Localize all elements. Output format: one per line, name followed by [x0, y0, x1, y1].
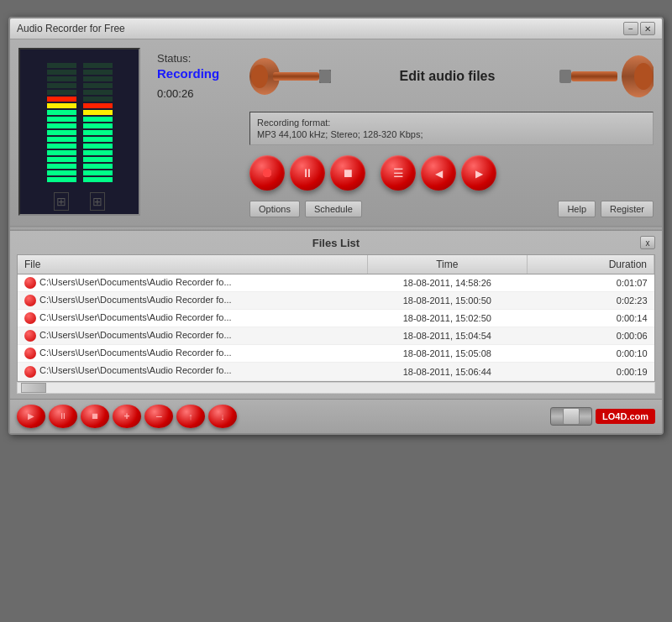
duration-cell: 0:02:23 [527, 292, 654, 310]
register-button[interactable]: Register [601, 201, 654, 217]
vu-seg [83, 164, 113, 169]
close-button[interactable]: ✕ [640, 22, 655, 35]
col-time: Time [368, 255, 527, 274]
files-title: Files List [32, 237, 640, 249]
right-panel: Edit audio files [249, 48, 654, 217]
pause-icon [302, 166, 313, 180]
vu-seg [47, 137, 76, 142]
vu-seg [83, 83, 113, 88]
pause-button[interactable] [290, 155, 325, 191]
vu-bar-left [47, 56, 76, 182]
vu-seg [83, 137, 113, 142]
lo4d-logo: LO4D.com [596, 409, 655, 424]
time-cell: 18-08-2011, 15:04:54 [368, 327, 527, 345]
svg-rect-4 [319, 70, 331, 83]
vu-seg [47, 177, 76, 182]
time-cell: 18-08-2011, 15:00:50 [368, 292, 527, 310]
bottom-play-button[interactable]: ▶ [17, 405, 45, 428]
bottom-pause-button[interactable]: ⏸ [49, 405, 77, 428]
title-bar: Audio Recorder for Free − ✕ [10, 18, 662, 39]
col-file: File [18, 255, 368, 274]
stop-button[interactable] [330, 155, 365, 191]
svg-rect-8 [559, 70, 571, 83]
svg-point-1 [251, 65, 268, 88]
bottom-up-button[interactable]: ↑ [176, 405, 205, 428]
bottom-stop-button[interactable]: ⏹ [81, 405, 109, 428]
vu-seg [47, 144, 76, 149]
table-row[interactable]: C:\Users\User\Documents\Audio Recorder f… [18, 310, 654, 327]
bottom-down-button[interactable]: ↓ [208, 405, 237, 428]
file-table: File Time Duration C:\Users\User\Documen… [18, 255, 654, 381]
down-icon: ↓ [220, 411, 225, 421]
vu-seg [47, 150, 76, 155]
play-icon: ▶ [28, 411, 34, 421]
options-button[interactable]: Options [249, 201, 300, 217]
table-row[interactable]: C:\Users\User\Documents\Audio Recorder f… [18, 327, 654, 345]
window-title: Audio Recorder for Free [17, 23, 125, 34]
volume-slider[interactable] [550, 407, 592, 426]
vu-seg [83, 110, 113, 115]
playlist-button[interactable] [381, 155, 416, 191]
trumpet-left [249, 54, 342, 100]
file-cell: C:\Users\User\Documents\Audio Recorder f… [18, 363, 368, 380]
vu-seg [47, 90, 76, 95]
vu-seg [47, 103, 76, 108]
files-header: Files List x [17, 236, 655, 249]
files-panel: Files List x File Time Duration C:\Users… [10, 231, 662, 399]
trumpet-right-icon [553, 51, 654, 102]
duration-cell: 0:01:07 [527, 274, 654, 292]
vu-seg [47, 97, 76, 102]
vu-seg [47, 130, 76, 135]
bottom-remove-button[interactable]: − [144, 405, 173, 428]
vu-icon-right: ⊞ [90, 192, 105, 211]
record-button[interactable] [249, 155, 285, 191]
help-button[interactable]: Help [558, 201, 596, 217]
vu-seg [47, 76, 76, 81]
vu-icons: ⊞ ⊞ [54, 192, 105, 211]
h-scroll-thumb [21, 383, 46, 393]
vu-seg [47, 70, 76, 75]
file-cell: C:\Users\User\Documents\Audio Recorder f… [18, 310, 368, 327]
vu-seg [83, 76, 113, 81]
table-row[interactable]: C:\Users\User\Documents\Audio Recorder f… [18, 345, 654, 363]
vu-seg [47, 123, 76, 128]
minimize-button[interactable]: − [623, 22, 638, 35]
vu-seg [83, 103, 113, 108]
prev-button[interactable] [421, 155, 456, 191]
svg-rect-5 [571, 71, 617, 81]
action-buttons: Options Schedule Help Register [249, 201, 654, 217]
table-row[interactable]: C:\Users\User\Documents\Audio Recorder f… [18, 292, 654, 310]
add-icon: + [123, 410, 129, 422]
logo-area: LO4D.com [596, 409, 655, 424]
table-row[interactable]: C:\Users\User\Documents\Audio Recorder f… [18, 274, 654, 292]
col-duration: Duration [527, 255, 654, 274]
bottom-add-button[interactable]: + [113, 405, 141, 428]
prev-icon [435, 167, 443, 180]
files-close-button[interactable]: x [640, 236, 655, 249]
file-icon [24, 277, 36, 289]
status-label: Status: [157, 52, 233, 65]
vu-seg [83, 117, 113, 122]
duration-cell: 0:00:19 [527, 363, 654, 380]
vu-meter-panel: ⊞ ⊞ [18, 48, 140, 216]
vu-bars [47, 56, 113, 182]
schedule-button[interactable]: Schedule [305, 201, 362, 217]
svg-rect-2 [273, 72, 319, 81]
svg-point-7 [634, 63, 653, 90]
trumpet-left-icon [249, 54, 342, 100]
status-time: 0:00:26 [157, 87, 233, 100]
stop2-icon: ⏹ [91, 411, 99, 421]
vu-seg [83, 170, 113, 175]
remove-icon: − [155, 410, 162, 423]
vu-seg [83, 150, 113, 155]
duration-cell: 0:00:14 [527, 310, 654, 327]
table-row[interactable]: C:\Users\User\Documents\Audio Recorder f… [18, 363, 654, 380]
duration-cell: 0:00:10 [527, 345, 654, 363]
file-table-scroll[interactable]: File Time Duration C:\Users\User\Documen… [18, 255, 654, 381]
duration-cell: 0:00:06 [527, 327, 654, 345]
horizontal-scrollbar[interactable] [17, 382, 655, 394]
time-cell: 18-08-2011, 15:06:44 [368, 363, 527, 380]
file-cell: C:\Users\User\Documents\Audio Recorder f… [18, 345, 368, 363]
next-button[interactable] [461, 155, 496, 191]
vu-seg [47, 110, 76, 115]
